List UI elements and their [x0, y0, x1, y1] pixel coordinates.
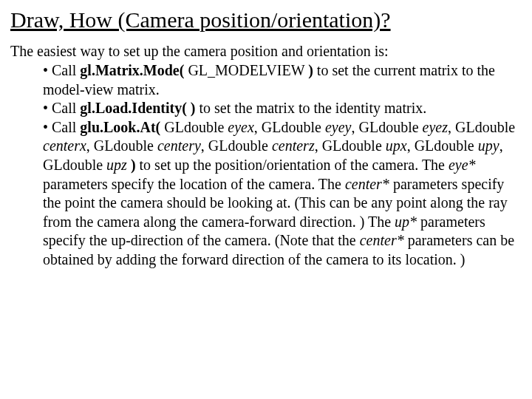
fn-lookat: glu.Look.At(: [80, 119, 160, 135]
param-upx: upx: [386, 137, 407, 154]
type-gldouble: GLdouble: [455, 119, 515, 135]
param-upy: upy: [478, 137, 499, 154]
type-gldouble: GLdouble: [94, 137, 157, 154]
type-gldouble: GLdouble: [208, 137, 272, 154]
bullet2-suffix: to set the matrix to the identity matrix…: [195, 100, 426, 116]
sep: ,: [201, 137, 208, 154]
ref-up: up*: [395, 214, 417, 230]
param-centerx: centerx: [43, 137, 86, 154]
bullet3-prefix: • Call: [43, 119, 80, 135]
sep: ,: [407, 137, 415, 154]
type-gldouble: GLdouble: [415, 137, 478, 154]
param-eyez: eyez: [423, 119, 448, 135]
sep: ,: [499, 137, 503, 154]
fn-lookat-close: ): [127, 157, 136, 173]
bullet3-text1: to set up the position/orientation of th…: [136, 157, 449, 173]
page-title: Draw, How (Camera position/orientation)?: [10, 7, 522, 33]
type-gldouble: GLdouble: [358, 119, 422, 135]
sep: ,: [448, 119, 455, 135]
param-eyex: eyex: [228, 119, 254, 135]
param-upz: upz: [106, 157, 127, 173]
sep: ,: [315, 137, 322, 154]
bullet3-text2: parameters specify the location of the c…: [43, 176, 345, 192]
ref-center2: center*: [360, 232, 404, 248]
type-gldouble: GLdouble: [164, 119, 228, 135]
sep: ,: [351, 119, 358, 135]
sep: ,: [86, 137, 94, 154]
intro-text: The easiest way to set up the camera pos…: [10, 43, 522, 60]
param-centerz: centerz: [272, 137, 315, 154]
param-eyey: eyey: [325, 119, 352, 135]
fn-loadidentity: gl.Load.Identity( ): [80, 100, 195, 116]
fn-matrixmode: gl.Matrix.Mode(: [80, 62, 184, 78]
ref-center: center*: [345, 176, 389, 192]
param-centery: centery: [157, 137, 201, 154]
fn-matrixmode-close: ): [308, 62, 313, 78]
arg-modelview: GL_MODELVIEW: [184, 62, 308, 78]
ref-eye: eye*: [449, 157, 476, 173]
type-gldouble: GLdouble: [43, 157, 106, 173]
body-content: • Call gl.Matrix.Mode( GL_MODELVIEW ) to…: [10, 61, 522, 270]
bullet1-prefix: • Call: [43, 62, 80, 78]
sep: ,: [254, 119, 262, 135]
type-gldouble: GLdouble: [322, 137, 386, 154]
bullet2-prefix: • Call: [43, 100, 80, 116]
type-gldouble: GLdouble: [262, 119, 325, 135]
